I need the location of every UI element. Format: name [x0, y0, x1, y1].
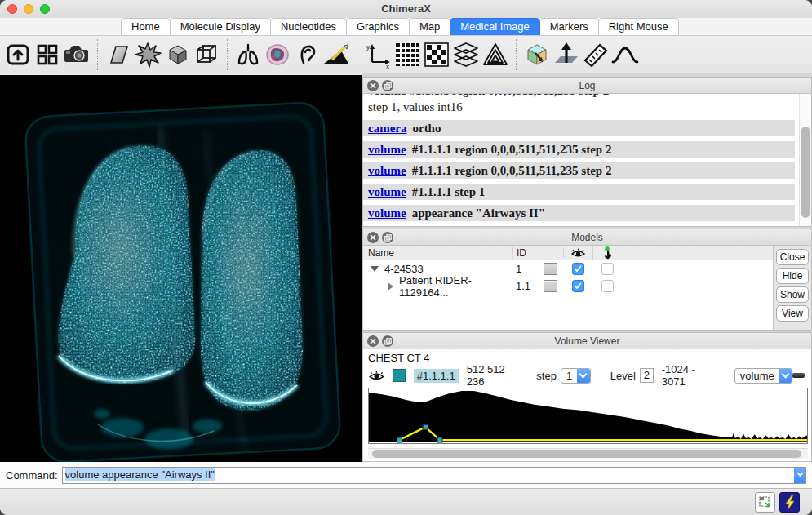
- tab-molecule-display[interactable]: Molecule Display: [170, 18, 271, 35]
- chevron-down-icon[interactable]: [779, 369, 792, 383]
- step-select[interactable]: 1: [561, 368, 591, 384]
- model-color-swatch[interactable]: [544, 263, 557, 275]
- snapshot-camera-icon[interactable]: [62, 38, 91, 71]
- collapse-triangle-icon[interactable]: [371, 266, 379, 272]
- orient-axes-icon[interactable]: yx: [363, 38, 393, 71]
- solid-box-icon[interactable]: [162, 38, 192, 71]
- log-panel-header[interactable]: Log: [363, 78, 811, 94]
- histogram[interactable]: [368, 388, 808, 444]
- tile-panels-icon[interactable]: [33, 38, 62, 71]
- close-panel-icon[interactable]: [367, 232, 379, 243]
- log-scrollbar[interactable]: [799, 94, 811, 226]
- full-grid-icon[interactable]: [393, 38, 422, 71]
- tab-right-mouse[interactable]: Right Mouse: [598, 18, 679, 35]
- tab-home[interactable]: Home: [121, 18, 171, 35]
- close-panel-icon[interactable]: [367, 335, 379, 347]
- nested-triangles-icon[interactable]: [481, 38, 510, 71]
- shown-checkbox[interactable]: [572, 263, 584, 275]
- move-plane-icon[interactable]: [552, 38, 581, 71]
- log-entry: volumeappearance "Airways II": [363, 205, 795, 221]
- panel-column: Log volume #1.1.1.1 region 0,0,0,511,511…: [362, 73, 812, 462]
- volume-controls: #1.1.1.1 512 512 236 step 1 Level 2 -102…: [368, 366, 808, 384]
- histogram-scrollbar[interactable]: [368, 448, 808, 459]
- frame-window-icon[interactable]: [3, 38, 33, 71]
- level-label: Level: [610, 370, 636, 382]
- model-row[interactable]: Patient RIDER-1129164... 1.1: [363, 277, 773, 295]
- selection-rectangle-button[interactable]: [755, 492, 775, 513]
- stacked-planes-icon[interactable]: [451, 38, 481, 71]
- lungs-preset-icon[interactable]: [233, 38, 263, 71]
- ruler-icon[interactable]: [581, 38, 610, 71]
- eye-icon[interactable]: [563, 248, 592, 258]
- model-id: 1: [512, 263, 537, 275]
- tab-markers[interactable]: Markers: [539, 18, 599, 35]
- histogram-scrollbar-thumb[interactable]: [372, 450, 801, 458]
- outline-box-icon[interactable]: [192, 38, 221, 71]
- log-command-link[interactable]: volume: [368, 185, 406, 198]
- model-id-chip[interactable]: #1.1.1.1: [414, 369, 459, 383]
- toolbar-separator: [97, 39, 98, 70]
- airways-wedge-icon[interactable]: [322, 38, 351, 71]
- log-command-link[interactable]: volume: [368, 206, 406, 220]
- expand-triangle-icon[interactable]: [388, 282, 393, 291]
- command-history-dropdown[interactable]: [794, 468, 805, 483]
- volume-color-swatch[interactable]: [393, 369, 406, 382]
- selected-checkbox[interactable]: [601, 263, 614, 275]
- show-model-button[interactable]: Show: [776, 286, 809, 303]
- log-command-link[interactable]: volume: [368, 143, 406, 156]
- log-command-link[interactable]: volume: [368, 164, 406, 177]
- chevron-down-icon[interactable]: [577, 369, 590, 383]
- command-text-selected: volume appearance "Airways II": [65, 468, 215, 481]
- log-panel-title: Log: [363, 78, 811, 94]
- lung-volume-rendering[interactable]: [0, 75, 362, 462]
- log-content[interactable]: volume #1.1.1.1 region 0,0,0,511,511,235…: [363, 94, 811, 226]
- gaussian-curve-icon[interactable]: [610, 38, 640, 71]
- column-header-name[interactable]: Name: [363, 247, 512, 259]
- tab-map[interactable]: Map: [409, 18, 450, 35]
- log-entry: volume#1.1.1.1 region 0,0,0,511,511,235 …: [363, 141, 795, 158]
- value-range: -1024 - 3071: [662, 363, 721, 388]
- eye-icon[interactable]: [368, 371, 385, 381]
- tab-nucleotides[interactable]: Nucleotides: [270, 18, 347, 35]
- undock-panel-icon[interactable]: [382, 335, 393, 347]
- log-scrollbar-thumb[interactable]: [801, 127, 810, 218]
- plane-style-icon[interactable]: [104, 38, 133, 71]
- level-field[interactable]: 2: [640, 368, 654, 383]
- colored-box-icon[interactable]: [522, 38, 552, 71]
- command-input[interactable]: volume appearance "Airways II": [62, 467, 806, 484]
- undock-panel-icon[interactable]: [382, 232, 393, 243]
- models-panel-title: Models: [363, 229, 811, 246]
- selected-checkbox[interactable]: [601, 280, 614, 292]
- model-color-swatch[interactable]: [544, 280, 557, 292]
- volume-dimensions: 512 512 236: [467, 363, 526, 388]
- log-command-link[interactable]: camera: [368, 122, 406, 135]
- tab-medical-image[interactable]: Medical Image: [450, 18, 540, 35]
- ear-preset-icon[interactable]: [292, 38, 322, 71]
- hide-model-button[interactable]: Hide: [776, 268, 809, 284]
- style-select[interactable]: volume: [734, 368, 792, 384]
- medical-image-toolbar: yx: [0, 36, 812, 73]
- log-entry: volume#1.1.1.1 region 0,0,0,511,511,235 …: [363, 162, 795, 179]
- step-label: step: [536, 370, 557, 382]
- select-hand-icon[interactable]: [592, 246, 622, 260]
- models-table: Name ID 4-24533 1: [363, 246, 774, 330]
- column-header-id[interactable]: ID: [512, 247, 537, 259]
- view-model-button[interactable]: View: [776, 305, 809, 322]
- close-panel-icon[interactable]: [367, 80, 379, 91]
- sparse-grid-icon[interactable]: [422, 38, 451, 71]
- shown-checkbox[interactable]: [572, 280, 584, 292]
- heart-slice-icon[interactable]: [263, 38, 292, 71]
- collapse-minus-icon[interactable]: [792, 373, 805, 378]
- dataset-name: CHEST CT 4: [368, 352, 808, 365]
- star-surface-icon[interactable]: [133, 38, 162, 71]
- window-title: ChimeraX: [0, 2, 812, 15]
- models-panel-header[interactable]: Models: [363, 229, 811, 246]
- log-entry: cameraortho: [363, 120, 795, 136]
- undock-panel-icon[interactable]: [382, 80, 393, 91]
- volume-viewer-header[interactable]: Volume Viewer: [363, 333, 811, 349]
- graphics-viewport[interactable]: [0, 75, 362, 462]
- fast-mode-button[interactable]: [779, 492, 800, 513]
- histogram-shape: [369, 391, 807, 442]
- close-model-button[interactable]: Close: [776, 249, 809, 265]
- tab-graphics[interactable]: Graphics: [346, 18, 410, 35]
